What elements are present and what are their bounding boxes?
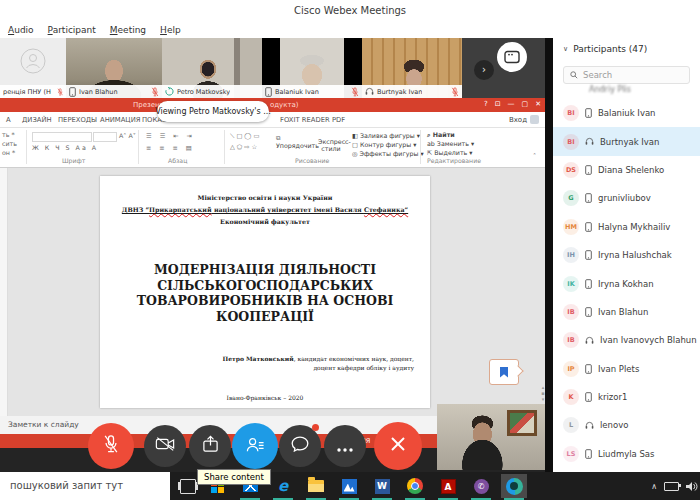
slide-thumbnails-pane[interactable] — [0, 168, 8, 416]
ribbon-tab[interactable]: ПЕРЕХОДЫ — [58, 116, 97, 124]
window-control-icon[interactable]: ▢ — [522, 100, 529, 108]
slide-scrollbar[interactable]: ▴▪▾ — [539, 384, 547, 402]
participant-row[interactable]: LSLiudmyla Sas — [553, 440, 700, 468]
participants-search-input[interactable]: Search — [563, 66, 690, 84]
participant-row[interactable]: IBIvan Ivanovych Blahun — [553, 326, 700, 354]
menu-item-meeting[interactable]: Meeting — [110, 25, 146, 35]
video-tile[interactable]: Balaniuk Ivan — [262, 38, 362, 98]
more-button[interactable] — [324, 425, 366, 467]
webex-icon — [506, 478, 523, 495]
align-buttons[interactable]: ≡ ≡ ≡ ▤ — [146, 144, 195, 151]
taskbar-search-input[interactable]: пошуковий запит тут — [0, 472, 170, 500]
headset-icon — [365, 87, 374, 96]
taskbar-app-viber[interactable]: ✆ — [468, 474, 494, 498]
font-name-dropdown[interactable] — [32, 132, 92, 142]
chevron-down-icon[interactable]: ∨ — [563, 45, 568, 53]
ribbon-tab[interactable]: FOXIT READER PDF — [280, 116, 345, 124]
pp-window-controls[interactable]: ?⊡—▢✕ — [484, 100, 541, 108]
participant-row[interactable]: Llenovo — [553, 411, 700, 439]
ribbon-tab[interactable]: А — [6, 116, 11, 124]
shape-gallery-row2[interactable]: △ ⬠ ⇨ ☆ — [230, 143, 257, 150]
participant-name: Ivan Blahun — [598, 307, 648, 317]
taskbar-app-explorer[interactable] — [303, 474, 329, 498]
shape-effects-button[interactable]: ◎ Эффекты фигуры ▾ — [352, 150, 424, 157]
task-view-icon[interactable] — [180, 479, 196, 494]
shape-outline-button[interactable]: ▢ Контур фигуры ▾ — [352, 141, 416, 148]
taskbar-app-acrobat[interactable]: A — [435, 474, 461, 498]
clipboard-fragment[interactable]: он * — [2, 149, 15, 156]
participant-row[interactable]: BIBurtnyak Ivan — [553, 127, 700, 155]
battery-icon[interactable] — [664, 482, 679, 491]
select-button[interactable]: ⇱ Выделить ▾ — [427, 149, 472, 156]
chat-notification-dot — [312, 424, 319, 431]
replace-button[interactable]: ab Заменить ▾ — [427, 140, 474, 147]
ribbon-tab[interactable]: ДИЗАЙН — [22, 116, 52, 124]
signin-area[interactable]: Вход — [509, 115, 539, 124]
participant-row[interactable]: HMHalyna Mykhailiv — [553, 213, 700, 241]
signin-label[interactable]: Вход — [509, 116, 527, 124]
video-tile[interactable]: Burtnyak Ivan — [362, 38, 462, 98]
font-grow-shrink-icon[interactable]: A˄ A˅ — [119, 132, 136, 139]
chat-button[interactable] — [279, 425, 321, 467]
taskbar-app-edge[interactable]: e — [270, 474, 296, 498]
ribbon-tab[interactable]: АНИМАЦИЯ — [100, 116, 140, 124]
font-style-buttons[interactable]: Ж К Ч S Aa A — [32, 144, 98, 151]
speaker-icon[interactable] — [686, 481, 698, 492]
taskbar-app-chrome[interactable] — [402, 474, 428, 498]
arrange-button[interactable]: Упорядочить — [276, 142, 319, 149]
tray-chevron-up-icon[interactable]: ∧ — [651, 482, 657, 491]
quick-styles-button[interactable]: Экспресс-стили — [318, 138, 344, 152]
grid-view-button[interactable] — [497, 42, 527, 72]
window-control-icon[interactable]: — — [508, 100, 515, 108]
participant-row[interactable]: BIBalaniuk Ivan — [553, 99, 700, 127]
comment-callout[interactable] — [489, 359, 519, 385]
menu-item-participant[interactable]: Participant — [48, 25, 96, 35]
window-control-icon[interactable]: ⊡ — [495, 100, 501, 108]
participants-header[interactable]: ∨ Participants (47) — [563, 44, 647, 54]
self-view-video[interactable] — [437, 404, 545, 470]
find-button[interactable]: ⌕ Найти — [427, 131, 455, 139]
avatar: IP — [563, 361, 579, 377]
viewing-share-pill[interactable]: Viewing Petro Matkovsky's ... — [157, 101, 269, 122]
participant-row[interactable]: IPIvan Plets — [553, 355, 700, 383]
taskbar-app-word[interactable]: W — [369, 474, 395, 498]
font-size-dropdown[interactable] — [93, 132, 117, 142]
taskbar-app-photos[interactable] — [336, 474, 362, 498]
taskbar-app-webex[interactable] — [501, 474, 527, 498]
slide-heading-line2: ДВНЗ “Прикарпатський національний універ… — [100, 204, 430, 216]
video-tile[interactable]: Petro Matkovsky — [162, 38, 262, 98]
window-control-icon[interactable]: ? — [484, 100, 488, 108]
menu-bar: AudioParticipantMeetingHelp — [0, 22, 700, 38]
window-control-icon[interactable]: ✕ — [535, 100, 541, 108]
participant-row[interactable]: IKIryna Kokhan — [553, 269, 700, 297]
clipboard-fragment[interactable]: сить — [2, 140, 17, 147]
leave-button[interactable] — [374, 422, 422, 470]
next-videos-button[interactable]: › — [474, 60, 494, 80]
participant-row[interactable]: DSDiana Shelenko — [553, 156, 700, 184]
participant-name: grunivliubov — [598, 193, 651, 203]
menu-item-help[interactable]: Help — [160, 25, 181, 35]
shape-fill-button[interactable]: ◧ Заливка фигуры ▾ — [352, 132, 420, 139]
word-icon: W — [375, 479, 390, 494]
video-tile[interactable]: Ivan Blahun — [66, 38, 162, 98]
participants-button[interactable] — [232, 423, 278, 469]
share-button[interactable] — [189, 425, 231, 467]
participant-row[interactable]: IHIryna Halushchak — [553, 241, 700, 269]
slide-footer: Івано-Франківськ – 2020 — [100, 394, 430, 401]
clipboard-fragment[interactable]: ть * — [2, 131, 15, 138]
participant-row[interactable]: Ggrunivliubov — [553, 184, 700, 212]
collapse-ribbon-icon[interactable]: ˄ — [533, 152, 536, 159]
camera-button[interactable] — [144, 425, 186, 467]
participant-row[interactable]: IBIvan Blahun — [553, 298, 700, 326]
shape-gallery-row1[interactable]: ⟍ ▢ ◯ ▭ — [230, 132, 259, 140]
participant-row-partial[interactable]: Andriy Plis — [589, 85, 631, 94]
participant-name: Liudmyla Sas — [598, 449, 655, 459]
search-placeholder: Search — [583, 70, 612, 80]
participant-row[interactable]: Kkrizor1 — [553, 383, 700, 411]
video-tile[interactable]: ренція ПНУ (Host) — [0, 38, 66, 98]
camera-off-icon — [155, 436, 175, 456]
avatar: G — [563, 190, 579, 206]
mute-button[interactable] — [88, 423, 134, 469]
list-buttons-icon[interactable]: ☰ ☰ ⇤ ⇥ — [146, 132, 195, 139]
menu-item-audio[interactable]: Audio — [8, 25, 34, 35]
